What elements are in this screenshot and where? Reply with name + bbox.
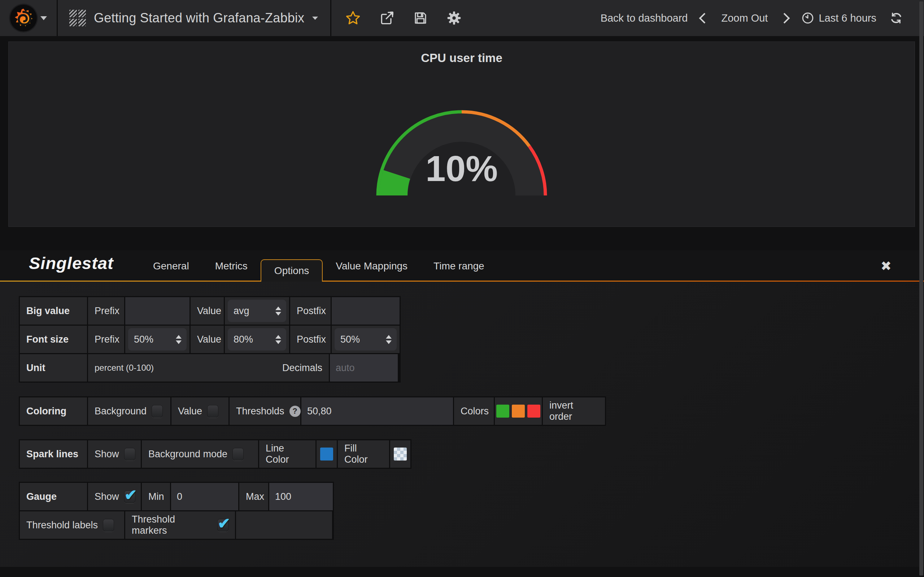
threshold-toggles-row: Threshold labels ✔ Threshold markers ✔ — [20, 511, 333, 539]
grafana-logo-icon — [10, 5, 37, 31]
panel-editor-header: Singlestat General Metrics Options Value… — [0, 250, 924, 282]
empty-cell — [236, 511, 332, 539]
grafana-menu[interactable] — [0, 0, 57, 36]
clock-icon — [801, 11, 814, 24]
big-value-label: Big value — [20, 297, 87, 324]
gauge-visualization: 10% — [372, 106, 552, 203]
tab-options[interactable]: Options — [261, 259, 323, 282]
spark-lines-label: Spark lines — [20, 440, 87, 468]
big-value-row: Big value Prefix Value avg Postfix — [20, 297, 399, 324]
select-stepper-icon — [386, 335, 392, 344]
zoom-out-button[interactable]: Zoom Out — [721, 12, 768, 24]
gauge-show-checkbox[interactable]: ✔ — [124, 490, 135, 503]
sparkline-show-checkbox[interactable]: ✔ — [124, 448, 135, 461]
dashboard-title-dropdown[interactable]: Getting Started with Grafana-Zabbix — [58, 0, 330, 36]
coloring-label: Coloring — [20, 397, 87, 425]
time-picker-button[interactable]: Last 6 hours — [801, 11, 876, 24]
sparkline-show-label: Show — [95, 449, 119, 460]
svg-text:10%: 10% — [426, 148, 498, 189]
gauge-show-label: Show — [95, 491, 119, 502]
coloring-background-label: Background — [95, 406, 147, 417]
threshold-labels-cell: Threshold labels ✔ — [20, 511, 124, 539]
tab-value-mappings[interactable]: Value Mappings — [323, 250, 420, 282]
thresholds-label: Thresholds — [236, 406, 284, 417]
settings-gear-button[interactable] — [446, 10, 462, 26]
threshold-markers-label: Threshold markers — [132, 514, 212, 536]
unit-value-dropdown[interactable]: percent (0-100) — [95, 363, 154, 373]
font-prefix-select-cell: 50% — [125, 326, 189, 353]
help-icon[interactable]: ? — [289, 406, 300, 417]
value-stat-selected: avg — [234, 305, 249, 317]
font-size-label: Font size — [20, 326, 87, 353]
time-shift-left-button[interactable] — [699, 13, 710, 23]
threshold-color-swatch-orange[interactable] — [512, 405, 525, 417]
coloring-background-checkbox[interactable]: ✔ — [152, 405, 163, 417]
min-label: Min — [142, 483, 170, 510]
share-button[interactable] — [379, 10, 395, 26]
line-color-swatch[interactable] — [320, 448, 333, 461]
font-value-select-cell: 80% — [225, 326, 289, 353]
colors-label: Colors — [454, 397, 494, 425]
gauge-options-table: Gauge Show ✔ Min 0 Max 100 Threshold lab… — [19, 482, 334, 540]
close-editor-icon[interactable]: ✖ — [881, 259, 892, 272]
font-postfix-select[interactable]: 50% — [334, 328, 397, 351]
top-navbar: Getting Started with Grafana-Zabbix — [0, 0, 924, 36]
threshold-markers-checkbox[interactable]: ✔ — [217, 519, 228, 532]
tab-time-range[interactable]: Time range — [420, 250, 498, 282]
select-stepper-icon — [275, 306, 281, 316]
save-button[interactable] — [413, 10, 428, 26]
postfix-input[interactable] — [332, 297, 399, 324]
spark-lines-table: Spark lines Show ✔ Background mode ✔ Lin… — [19, 439, 412, 469]
invert-order-button[interactable]: invert order — [543, 397, 605, 425]
font-prefix-select[interactable]: 50% — [128, 328, 187, 351]
thresholds-input[interactable]: 50,80 — [301, 397, 453, 425]
min-input[interactable]: 0 — [171, 483, 238, 510]
time-range-label: Last 6 hours — [819, 12, 876, 24]
font-value-label: Value — [191, 326, 224, 353]
dashboard-title: Getting Started with Grafana-Zabbix — [94, 10, 304, 26]
threshold-color-swatch-red[interactable] — [527, 405, 540, 417]
coloring-row: Coloring Background ✔ Value ✔ Thresholds… — [20, 397, 605, 425]
coloring-table: Coloring Background ✔ Value ✔ Thresholds… — [19, 396, 606, 426]
gauge-show-cell: Show ✔ — [88, 483, 141, 510]
coloring-value-label: Value — [178, 406, 202, 417]
coloring-value-cell: Value ✔ — [171, 397, 228, 425]
value-stat-select-cell: avg — [225, 297, 289, 324]
value-label: Value — [191, 297, 224, 324]
font-value-selected: 80% — [234, 334, 253, 345]
value-stat-select[interactable]: avg — [228, 300, 286, 322]
font-prefix-selected: 50% — [134, 334, 153, 345]
fill-color-swatch[interactable] — [394, 448, 407, 461]
unit-value-cell: percent (0-100) Decimals — [88, 354, 329, 382]
postfix-label: Postfix — [290, 297, 331, 324]
threshold-color-swatch-green[interactable] — [496, 405, 509, 417]
time-shift-right-button[interactable] — [779, 13, 790, 23]
unit-label: Unit — [20, 354, 87, 382]
font-value-select[interactable]: 80% — [228, 328, 286, 351]
singlestat-panel: CPU user time 10% — [8, 42, 915, 227]
threshold-labels-checkbox[interactable]: ✔ — [103, 519, 114, 532]
thresholds-cell: Thresholds ? — [229, 397, 300, 425]
panel-title[interactable]: CPU user time — [9, 51, 914, 65]
page-scrollbar[interactable] — [919, 2, 923, 575]
font-size-row: Font size Prefix 50% Value 80% Postfix 5… — [20, 326, 399, 353]
tab-metrics[interactable]: Metrics — [202, 250, 261, 282]
spark-lines-row: Spark lines Show ✔ Background mode ✔ Lin… — [20, 440, 410, 468]
max-input[interactable]: 100 — [269, 483, 333, 510]
font-prefix-label: Prefix — [88, 326, 124, 353]
coloring-value-checkbox[interactable]: ✔ — [207, 405, 218, 417]
prefix-input[interactable] — [125, 297, 189, 324]
back-to-dashboard-button[interactable]: Back to dashboard — [601, 12, 688, 24]
font-postfix-select-cell: 50% — [332, 326, 399, 353]
sparkline-show-cell: Show ✔ — [88, 440, 141, 468]
refresh-button[interactable] — [889, 11, 903, 25]
line-color-label: Line Color — [259, 440, 315, 468]
font-postfix-selected: 50% — [340, 334, 360, 345]
tab-general[interactable]: General — [140, 250, 202, 282]
gauge-label: Gauge — [20, 483, 87, 510]
decimals-input[interactable]: auto — [330, 354, 398, 382]
star-button[interactable] — [345, 10, 361, 26]
threshold-labels-label: Threshold labels — [26, 520, 98, 531]
background-mode-checkbox[interactable]: ✔ — [233, 448, 244, 461]
fill-color-label: Fill Color — [338, 440, 389, 468]
